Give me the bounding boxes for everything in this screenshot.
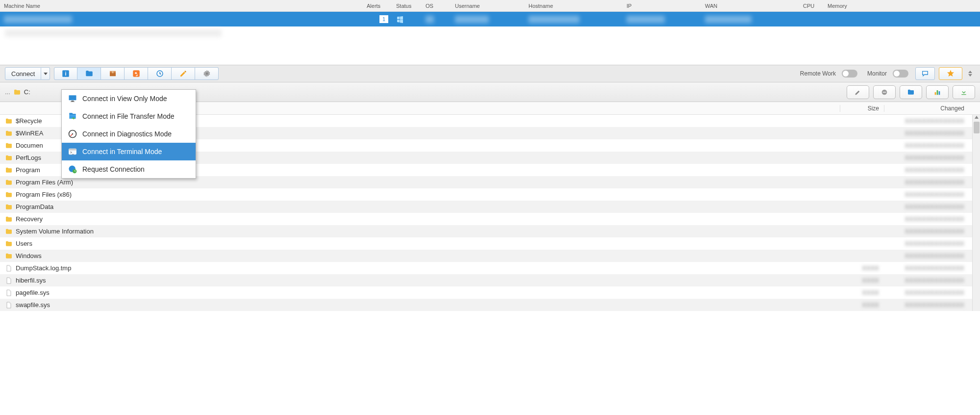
link-tab[interactable]	[125, 67, 148, 80]
file-row[interactable]: System Volume InformationXXXXXXXXXXXXXX	[0, 225, 980, 237]
folder-icon	[5, 179, 13, 186]
folder-icon	[5, 191, 13, 199]
col-machine-name[interactable]: Machine Name	[0, 3, 363, 9]
panel-resize-handle[interactable]	[968, 71, 975, 77]
col-ip[interactable]: IP	[623, 3, 701, 9]
dropdown-item[interactable]: Request Connection	[62, 160, 196, 178]
redacted-changed: XXXXXXXXXXXXXX	[905, 264, 964, 272]
file-row[interactable]: swapfile.sysXXXXXXXXXXXXXXXXXX	[0, 299, 980, 311]
download-button[interactable]	[953, 85, 975, 99]
monitor-icon	[68, 94, 77, 104]
svg-rect-9	[883, 92, 886, 92]
file-name: Program Files (x86)	[16, 191, 72, 198]
connect-dropdown-caret[interactable]	[41, 67, 50, 80]
star-icon	[946, 69, 955, 78]
dropdown-item[interactable]: Connect in File Transfer Mode	[62, 107, 196, 125]
alert-badge[interactable]: 1	[379, 15, 388, 23]
col-username[interactable]: Username	[451, 3, 525, 9]
favorite-button[interactable]	[939, 67, 962, 80]
link-icon	[132, 69, 141, 78]
dropdown-item-label: Connect in Diagnostics Mode	[82, 130, 172, 138]
file-name: Documen	[16, 142, 43, 149]
gear-icon	[202, 69, 211, 78]
file-name: $WinREA	[16, 130, 43, 137]
redacted-size: XXXX	[862, 264, 879, 272]
chat-button[interactable]	[915, 67, 935, 80]
dropdown-item[interactable]: Connect in View Only Mode	[62, 90, 196, 107]
folder-icon	[85, 69, 94, 78]
packages-tab[interactable]	[101, 67, 125, 80]
col-alerts[interactable]: Alerts	[363, 3, 392, 9]
svg-rect-15	[71, 102, 75, 102]
file-row[interactable]: RecoveryXXXXXXXXXXXXXX	[0, 213, 980, 225]
file-row[interactable]: UsersXXXXXXXXXXXXXX	[0, 237, 980, 250]
redacted-changed: XXXXXXXXXXXXXX	[905, 130, 964, 137]
file-icon	[5, 289, 13, 297]
col-cpu[interactable]: CPU	[799, 3, 824, 9]
redacted-changed: XXXXXXXXXXXXXX	[905, 252, 964, 259]
redacted-subtext: XXXXXXXXXXXXXXXXXXXXXXXXXXXXXXXXXXXXXXXX…	[5, 29, 222, 37]
redacted-changed: XXXXXXXXXXXXXX	[905, 191, 964, 198]
main-toolbar: Connect i Remote Work Monitor	[0, 65, 980, 82]
files-tab[interactable]	[77, 67, 101, 80]
remote-work-toggle[interactable]	[842, 70, 857, 78]
svg-rect-11	[937, 90, 938, 95]
file-name: hiberfil.sys	[16, 277, 46, 284]
folder-icon	[13, 88, 21, 96]
edit-tab[interactable]	[172, 67, 195, 80]
col-status[interactable]: Status	[392, 3, 422, 9]
col-os[interactable]: OS	[422, 3, 451, 9]
folder-icon	[5, 252, 13, 260]
dropdown-item-label: Connect in View Only Mode	[82, 95, 167, 103]
col-changed[interactable]: Changed	[884, 105, 972, 112]
download-icon	[960, 88, 968, 96]
col-size[interactable]: Size	[840, 105, 884, 112]
file-icon	[5, 301, 13, 309]
col-hostname[interactable]: Hostname	[525, 3, 623, 9]
file-row[interactable]: ProgramDataXXXXXXXXXXXXXX	[0, 201, 980, 213]
open-folder-button[interactable]	[900, 85, 922, 99]
info-tab[interactable]: i	[54, 67, 77, 80]
redacted-changed: XXXXXXXXXXXXXX	[905, 301, 964, 309]
file-name: System Volume Information	[16, 228, 94, 235]
monitor-toggle[interactable]	[893, 70, 908, 78]
svg-rect-4	[112, 71, 113, 74]
scrollbar[interactable]	[972, 115, 980, 311]
dropdown-item-label: Connect in Terminal Mode	[82, 148, 162, 156]
file-icon	[5, 264, 13, 272]
dropdown-item[interactable]: >_Connect in Terminal Mode	[62, 143, 196, 160]
machine-row-selected[interactable]: XXXXXXXXXXXXXXXX 1 XX XXXXXXXX XXXXXXXXX…	[0, 12, 980, 26]
file-row[interactable]: DumpStack.log.tmpXXXXXXXXXXXXXXXXXX	[0, 262, 980, 274]
col-memory[interactable]: Memory	[824, 3, 853, 9]
col-wan[interactable]: WAN	[701, 3, 799, 9]
connect-button[interactable]: Connect	[5, 67, 41, 80]
edit-path-button[interactable]	[847, 85, 869, 99]
pencil-icon	[854, 88, 862, 96]
history-tab[interactable]	[148, 67, 172, 80]
redacted-changed: XXXXXXXXXXXXXX	[905, 203, 964, 210]
clock-icon	[155, 69, 164, 78]
redacted-size: XXXX	[862, 301, 879, 309]
redacted-hostname: XXXXXXXXXXXX	[528, 16, 579, 23]
redacted-username: XXXXXXXX	[455, 16, 489, 23]
bar-chart-icon	[933, 88, 941, 96]
remove-button[interactable]	[873, 85, 896, 99]
folder-icon	[5, 203, 13, 211]
file-row[interactable]: WindowsXXXXXXXXXXXXXX	[0, 250, 980, 262]
terminal-icon: >_	[68, 147, 77, 156]
stats-button[interactable]	[926, 85, 949, 99]
dropdown-item[interactable]: Connect in Diagnostics Mode	[62, 125, 196, 143]
scrollbar-thumb[interactable]	[974, 122, 980, 133]
file-row[interactable]: Program Files (x86)XXXXXXXXXXXXXX	[0, 188, 980, 201]
settings-tab[interactable]	[195, 67, 219, 80]
path-drive[interactable]: C:	[24, 88, 30, 96]
file-name: $Recycle	[16, 117, 42, 125]
folder-icon	[5, 142, 13, 150]
file-row[interactable]: pagefile.sysXXXXXXXXXXXXXXXXXX	[0, 286, 980, 299]
blank-area: XXXXXXXXXXXXXXXXXXXXXXXXXXXXXXXXXXXXXXXX…	[0, 26, 980, 65]
path-ellipsis[interactable]: ...	[5, 88, 10, 96]
folder-icon	[5, 130, 13, 137]
file-name: Program	[16, 166, 40, 174]
svg-rect-10	[935, 92, 936, 95]
file-row[interactable]: hiberfil.sysXXXXXXXXXXXXXXXXXX	[0, 274, 980, 286]
